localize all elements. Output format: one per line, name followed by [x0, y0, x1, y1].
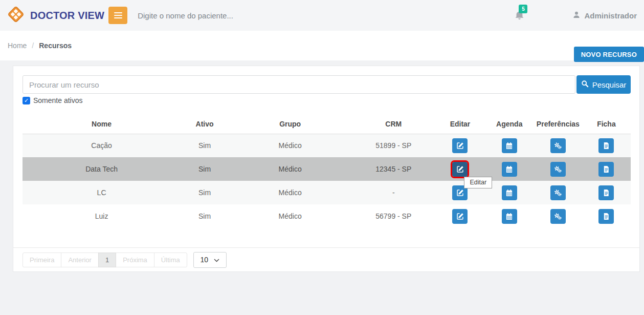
logo-diamond-icon — [6, 5, 26, 26]
agenda-button[interactable] — [502, 138, 517, 153]
cogs-icon — [554, 142, 562, 150]
agenda-button[interactable] — [502, 209, 517, 224]
page-size-select[interactable]: 10 — [193, 252, 227, 268]
cell-ficha — [582, 134, 631, 157]
cell-grupo: Médico — [229, 157, 351, 181]
pencil-square-icon — [456, 165, 464, 173]
search-button[interactable]: Pesquisar — [576, 75, 631, 94]
card-footer: PrimeiraAnterior1PróximaÚltima 10 — [13, 247, 639, 271]
ficha-button[interactable] — [598, 162, 614, 177]
breadcrumb-home-link[interactable]: Home — [8, 41, 27, 50]
user-menu[interactable]: Administrador — [572, 11, 637, 20]
preferences-button[interactable] — [550, 185, 566, 200]
cell-nome: Data Tech — [23, 157, 181, 181]
breadcrumb-current: Recursos — [39, 41, 72, 50]
bell-icon — [514, 14, 525, 23]
column-header-6: Agenda — [485, 114, 534, 134]
preferences-button[interactable] — [550, 209, 566, 224]
edit-button[interactable] — [452, 138, 468, 153]
table-row: LC Sim Médico - — [23, 181, 631, 204]
ficha-button[interactable] — [598, 185, 614, 200]
resource-search-row: Pesquisar — [23, 75, 631, 94]
preferences-button[interactable] — [550, 162, 566, 177]
checkbox-checked-icon[interactable] — [23, 97, 30, 104]
table-row: Luiz Sim Médico 56799 - SP — [23, 204, 631, 228]
page-size-value: 10 — [200, 256, 208, 264]
cogs-icon — [554, 165, 562, 173]
cell-agenda — [485, 204, 534, 228]
cell-crm: 51899 - SP — [351, 134, 435, 157]
table-row: Data Tech Sim Médico 12345 - SP Editar — [23, 157, 631, 181]
notifications-button[interactable]: 5 — [514, 9, 525, 22]
column-header-4: CRM — [351, 114, 435, 134]
cell-agenda — [485, 134, 534, 157]
cell-preferencias — [534, 134, 582, 157]
preferences-button[interactable] — [550, 138, 566, 153]
cell-preferencias — [534, 204, 582, 228]
column-header-8: Ficha — [582, 114, 631, 134]
file-text-icon — [603, 142, 610, 150]
breadcrumb-bar: Home / Recursos NOVO RECURSO — [0, 31, 644, 60]
cogs-icon — [554, 213, 562, 220]
resources-table: NomeAtivoGrupoCRMEditarAgendaPreferência… — [23, 114, 631, 228]
cell-preferencias — [534, 157, 582, 181]
chevron-down-icon — [214, 256, 219, 264]
cell-ficha — [582, 157, 631, 181]
menu-toggle-button[interactable] — [108, 7, 127, 24]
cell-ativo: Sim — [181, 157, 229, 181]
agenda-button[interactable] — [502, 162, 517, 177]
ficha-button[interactable] — [598, 138, 614, 153]
cell-ativo: Sim — [181, 204, 229, 228]
edit-tooltip: Editar — [464, 177, 492, 188]
resource-table-body: Cação Sim Médico 51899 - SP — [23, 134, 631, 228]
resource-search-input[interactable] — [23, 75, 575, 94]
ficha-button[interactable] — [598, 209, 614, 224]
file-text-icon — [603, 189, 610, 197]
pencil-square-icon — [456, 213, 464, 220]
pagination-button-anterior[interactable]: Anterior — [61, 253, 99, 267]
cell-nome: LC — [23, 181, 181, 204]
table-header-row: NomeAtivoGrupoCRMEditarAgendaPreferência… — [23, 114, 631, 134]
calendar-icon — [505, 142, 513, 150]
edit-button[interactable] — [452, 209, 468, 224]
cogs-icon — [554, 189, 562, 197]
edit-button[interactable] — [452, 162, 468, 177]
table-row: Cação Sim Médico 51899 - SP — [23, 134, 631, 157]
patient-search-input[interactable] — [137, 11, 372, 20]
cell-editar — [435, 134, 484, 157]
app-logo: DOCTOR VIEW — [6, 5, 104, 26]
breadcrumb: Home / Recursos — [8, 41, 72, 50]
pagination-button-primeira[interactable]: Primeira — [23, 253, 61, 267]
column-header-3: Grupo — [229, 114, 351, 134]
cell-grupo: Médico — [229, 181, 351, 204]
only-active-filter[interactable]: Somente ativos — [23, 96, 83, 104]
logo-text: DOCTOR VIEW — [30, 10, 104, 22]
cell-nome: Cação — [23, 134, 181, 157]
notification-badge: 5 — [519, 5, 527, 13]
patient-search — [137, 11, 514, 20]
file-text-icon — [603, 213, 610, 220]
resources-card: Pesquisar Somente ativos NomeAtivoGrupoC… — [13, 66, 640, 272]
cell-ficha — [582, 181, 631, 204]
cell-ficha — [582, 204, 631, 228]
pagination-button-última[interactable]: Última — [154, 253, 187, 267]
user-name: Administrador — [584, 11, 637, 20]
only-active-label: Somente ativos — [33, 96, 83, 104]
column-header-7: Preferências — [534, 114, 582, 134]
search-button-label: Pesquisar — [592, 80, 627, 89]
column-header-2: Ativo — [181, 114, 229, 134]
cell-grupo: Médico — [229, 204, 351, 228]
pagination-button-próxima[interactable]: Próxima — [116, 253, 154, 267]
pagination: PrimeiraAnterior1PróximaÚltima — [23, 253, 187, 267]
column-header-1: Nome — [23, 114, 181, 134]
new-resource-button[interactable]: NOVO RECURSO — [574, 47, 644, 62]
resources-table-wrap: NomeAtivoGrupoCRMEditarAgendaPreferência… — [23, 114, 631, 228]
column-header-5: Editar — [435, 114, 484, 134]
hamburger-icon — [114, 12, 122, 13]
agenda-button[interactable] — [502, 185, 517, 200]
pagination-button-1[interactable]: 1 — [98, 253, 116, 267]
calendar-icon — [505, 189, 513, 197]
app-window: DOCTOR VIEW 5 — [0, 0, 644, 315]
breadcrumb-separator: / — [32, 41, 34, 50]
cell-ativo: Sim — [181, 134, 229, 157]
